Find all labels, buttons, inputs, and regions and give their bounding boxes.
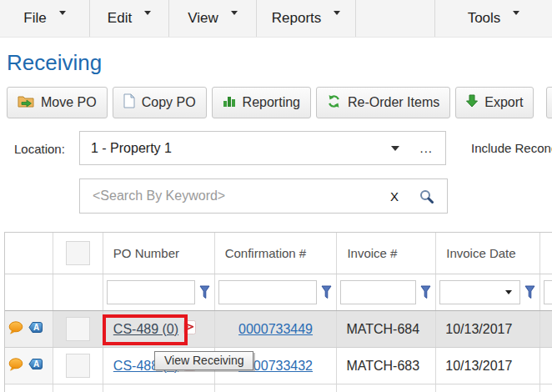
po-number-cell: CS-489 (0) [103, 311, 215, 347]
header-confirmation[interactable]: Confirmation # [215, 233, 338, 274]
po-filter-box [107, 280, 195, 304]
po-filter-input[interactable] [108, 281, 194, 304]
export-button[interactable]: Export [455, 87, 534, 118]
reporting-button[interactable]: Reporting [212, 87, 311, 118]
sliver-cell [436, 384, 540, 392]
auto-badge-icon[interactable]: A [28, 321, 43, 338]
pdf-arrow-icon[interactable] [183, 320, 196, 338]
auto-badge-icon[interactable]: A [28, 358, 43, 374]
extra-cell [540, 348, 552, 384]
menu-reports[interactable]: Reports [257, 0, 356, 37]
partial-row [5, 384, 552, 392]
reorder-items-label: Re-Order Items [348, 95, 439, 110]
search-box: X [79, 178, 448, 214]
funnel-icon[interactable] [321, 285, 332, 299]
funnel-icon[interactable] [524, 285, 535, 299]
reporting-label: Reporting [243, 95, 300, 110]
export-label: Export [484, 95, 523, 110]
invoice-date-filter-input[interactable] [440, 281, 505, 304]
filter-checkbox-cell [53, 274, 103, 310]
location-dropdown[interactable]: 1 - Property 1 ... [79, 131, 446, 165]
menu-spacer [356, 0, 435, 37]
receiving-screen: File Edit View Reports Tools Receiving M… [0, 0, 552, 392]
filter-icons-cell [5, 274, 53, 310]
confirmation-link[interactable]: 0000733449 [238, 322, 313, 337]
header-po-number[interactable]: PO Number [103, 233, 215, 274]
chevron-down-icon [59, 11, 66, 15]
chevron-down-icon [144, 11, 151, 15]
table-row[interactable]: A CS-488 (0) 0000733432 MATCH-683 10/13/… [5, 348, 552, 384]
move-po-icon [18, 94, 34, 111]
header-invoice[interactable]: Invoice # [337, 233, 436, 274]
filter-extra-cell [540, 274, 552, 310]
search-clear-button[interactable]: X [390, 189, 399, 204]
menu-bar: File Edit View Reports Tools [0, 0, 552, 38]
header-checkbox-cell [53, 233, 103, 274]
filter-po-cell [103, 274, 215, 310]
invoice-date-cell: 10/13/2017 [436, 311, 540, 347]
invoice-cell: MATCH-683 [337, 348, 436, 384]
reporting-icon [223, 94, 236, 111]
chevron-down-icon [231, 11, 238, 15]
select-all-checkbox[interactable] [66, 241, 90, 265]
comment-icon[interactable] [8, 358, 23, 374]
header-extra-column [540, 233, 552, 274]
menu-file[interactable]: File [0, 0, 90, 37]
grid-filter-row [5, 274, 552, 311]
location-browse-button[interactable]: ... [419, 141, 433, 155]
header-invoice-date[interactable]: Invoice Date [436, 233, 540, 274]
menu-tools[interactable]: Tools [435, 0, 552, 37]
table-row[interactable]: A CS-489 (0) 0000733449 MATCH-684 10/13/… [5, 311, 552, 348]
search-icon[interactable] [419, 189, 434, 204]
copy-po-label: Copy PO [142, 95, 196, 110]
extra-filter-box [544, 280, 552, 304]
svg-text:A: A [33, 323, 39, 332]
header-icons-column [5, 233, 53, 274]
menu-edit-label: Edit [108, 10, 132, 27]
funnel-icon[interactable] [199, 285, 210, 299]
search-input[interactable] [91, 188, 384, 204]
menu-file-label: File [23, 10, 46, 27]
dropdown-arrow-icon[interactable] [391, 146, 399, 151]
move-po-label: Move PO [41, 95, 97, 110]
invoice-date-filter-box[interactable] [439, 280, 520, 304]
svg-text:A: A [33, 359, 39, 369]
row-checkbox-cell [53, 311, 103, 347]
sliver-cell [5, 384, 53, 392]
dropdown-arrow-icon[interactable] [505, 290, 512, 294]
row-checkbox[interactable] [66, 354, 90, 378]
extra-filter-input[interactable] [544, 281, 552, 304]
invoice-filter-input[interactable] [341, 281, 415, 304]
receiving-grid: PO Number Confirmation # Invoice # Invoi… [4, 232, 552, 392]
chevron-down-icon [513, 11, 519, 15]
partial-toolbar-button[interactable] [546, 87, 552, 118]
comment-icon[interactable] [8, 321, 23, 338]
invoice-cell: MATCH-684 [337, 311, 436, 347]
sliver-cell [103, 384, 215, 392]
invoice-date-cell: 10/13/2017 [436, 348, 540, 384]
filter-confirmation-cell [215, 274, 338, 310]
menu-edit[interactable]: Edit [90, 0, 169, 37]
move-po-button[interactable]: Move PO [7, 87, 108, 118]
row-icons-cell: A [5, 311, 53, 347]
reorder-items-button[interactable]: Re-Order Items [316, 87, 450, 118]
po-number-link[interactable]: CS-489 (0) [113, 322, 178, 337]
toolbar: Move PO Copy PO Reporting Re-Order Items… [7, 87, 534, 118]
confirmation-filter-input[interactable] [219, 281, 317, 304]
confirmation-filter-box [218, 280, 318, 304]
chevron-down-icon [334, 11, 340, 15]
funnel-icon[interactable] [420, 285, 431, 299]
menu-view[interactable]: View [169, 0, 257, 37]
reorder-icon [327, 94, 341, 112]
copy-po-button[interactable]: Copy PO [113, 87, 207, 118]
page-title: Receiving [7, 50, 102, 76]
location-label: Location: [14, 142, 65, 156]
sliver-cell [540, 384, 552, 392]
tooltip: View Receiving [154, 351, 253, 370]
row-checkbox[interactable] [66, 317, 90, 341]
include-reconciled-label: Include Reconc [471, 141, 552, 155]
filter-invoice-cell [337, 274, 436, 310]
export-icon [466, 94, 478, 111]
menu-reports-label: Reports [272, 10, 322, 27]
copy-po-icon [123, 93, 135, 112]
